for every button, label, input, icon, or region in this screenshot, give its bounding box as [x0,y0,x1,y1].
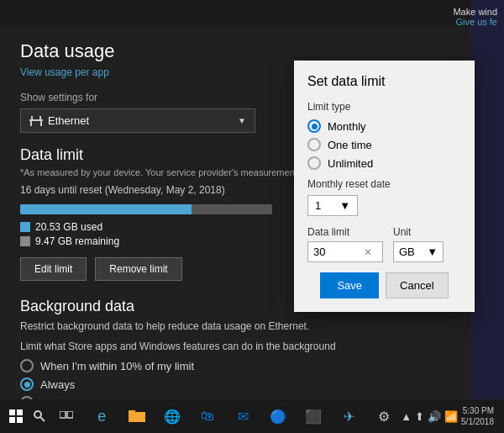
radio-within-row[interactable]: When I'm within 10% of my limit [20,359,450,372]
modal-radio-onetime-label: One time [328,139,372,151]
clock-date: 5/1/2018 [461,416,494,427]
unit-select[interactable]: GB ▼ [393,241,444,262]
used-text: 20.53 GB used [35,221,102,233]
bg-desc: Restrict background data to help reduce … [20,320,450,332]
chevron-down-icon: ▼ [238,116,246,125]
svg-rect-2 [39,116,41,119]
reset-date-value: 1 [315,199,321,212]
system-clock[interactable]: 5:30 PM 5/1/2018 [461,405,494,427]
clear-icon[interactable]: ✕ [364,246,372,258]
app7-icon[interactable]: ⬛ [297,399,330,433]
unit-value: GB [399,246,415,258]
used-dot [20,222,30,232]
radio-within-label: When I'm within 10% of my limit [40,360,194,372]
search-button[interactable] [29,399,50,433]
ie-icon[interactable]: 🌐 [155,399,189,433]
network-icon: ▲ [401,410,412,423]
make-windows-text: Make wind [453,7,497,17]
telegram-icon[interactable]: ✈ [332,399,365,433]
reset-date-select[interactable]: 1 ▼ [307,195,358,216]
save-button[interactable]: Save [320,272,379,298]
svg-line-10 [40,417,45,421]
data-limit-col: Data limit ✕ [307,226,383,262]
edit-limit-button[interactable]: Edit limit [20,257,87,281]
volume-icon[interactable]: 🔊 [428,410,441,423]
svg-rect-4 [40,121,42,126]
modal-radio-unlimited-label: Unlimited [328,157,373,170]
taskview-icon[interactable] [50,399,83,433]
ethernet-icon [29,116,43,126]
desktop: Data usage View usage per app Show setti… [0,0,504,433]
limit-type-label: Limit type [307,101,461,113]
up-arrow-icon: ⬆ [415,410,424,423]
data-limit-input-wrapper[interactable]: ✕ [307,241,383,262]
svg-rect-0 [29,119,43,121]
edge-icon[interactable]: e [85,399,118,433]
modal-title: Set data limit [307,74,461,89]
remaining-dot [20,236,30,246]
settings-icon[interactable]: ⚙ [367,399,401,433]
wifi-icon[interactable]: 📶 [444,410,458,423]
svg-rect-5 [9,409,15,415]
svg-rect-8 [17,417,23,423]
bg-subtitle: Limit what Store apps and Windows featur… [20,341,450,352]
data-limit-label: Data limit [307,226,383,238]
ethernet-dropdown[interactable]: Ethernet ▼ [20,108,255,133]
svg-rect-11 [60,411,66,418]
dropdown-value: Ethernet [48,114,89,127]
folder-icon [129,409,145,423]
taskbar-app-icons: e 🌐 🛍 ✉ 🔵 ⬛ ✈ ⚙ [50,399,401,433]
unit-label: Unit [393,226,444,238]
top-right-area: Make wind Give us fe [453,7,504,27]
reset-date-chevron-icon: ▼ [339,199,350,212]
explorer-icon[interactable] [120,399,154,433]
data-usage-progress [20,204,272,214]
modal-radio-unlimited-row[interactable]: Unlimited [307,156,461,170]
remaining-text: 9.47 GB remaining [35,235,119,247]
modal-radio-monthly[interactable] [307,119,321,133]
give-us-link[interactable]: Give us fe [453,17,497,27]
progress-bar-fill [20,204,192,214]
modal-buttons: Save Cancel [307,272,461,298]
clock-time: 5:30 PM [461,405,494,416]
cancel-button[interactable]: Cancel [386,272,448,298]
svg-point-9 [34,411,41,418]
taskbar-right-area: ▲ ⬆ 🔊 📶 5:30 PM 5/1/2018 [401,405,501,427]
unit-col: Unit GB ▼ [393,226,444,262]
radio-always-row[interactable]: Always [20,378,450,391]
svg-rect-6 [17,409,23,415]
set-data-limit-modal: Set data limit Limit type Monthly One ti… [294,61,475,312]
store-icon[interactable]: 🛍 [191,399,224,433]
taskbar: e 🌐 🛍 ✉ 🔵 ⬛ ✈ ⚙ ▲ ⬆ 🔊 📶 5:30 PM 5/1/2018 [0,399,504,433]
mail-icon[interactable]: ✉ [226,399,260,433]
windows-icon [9,409,23,423]
unit-chevron-icon: ▼ [427,246,438,258]
modal-radio-monthly-row[interactable]: Monthly [307,119,461,133]
view-usage-link[interactable]: View usage per app [20,66,109,78]
window-header [0,0,470,27]
page-title: Data usage [20,40,450,62]
radio-always-label: Always [40,378,75,391]
modal-radio-onetime-row[interactable]: One time [307,138,461,151]
svg-rect-12 [67,411,73,418]
remove-limit-button[interactable]: Remove limit [95,257,181,281]
reset-date-label: Monthly reset date [307,178,461,190]
modal-radio-onetime[interactable] [307,138,321,151]
svg-rect-1 [31,116,33,119]
radio-within[interactable] [20,359,34,372]
svg-rect-7 [9,417,15,423]
radio-always[interactable] [20,378,34,391]
data-limit-input[interactable] [313,246,364,258]
search-icon [33,409,46,423]
modal-radio-unlimited[interactable] [307,156,321,170]
modal-radio-monthly-label: Monthly [328,120,366,133]
svg-rect-3 [30,121,32,126]
data-limit-input-row: Data limit ✕ Unit GB ▼ [307,226,461,262]
start-button[interactable] [3,399,29,433]
chrome-icon[interactable]: 🔵 [261,399,295,433]
